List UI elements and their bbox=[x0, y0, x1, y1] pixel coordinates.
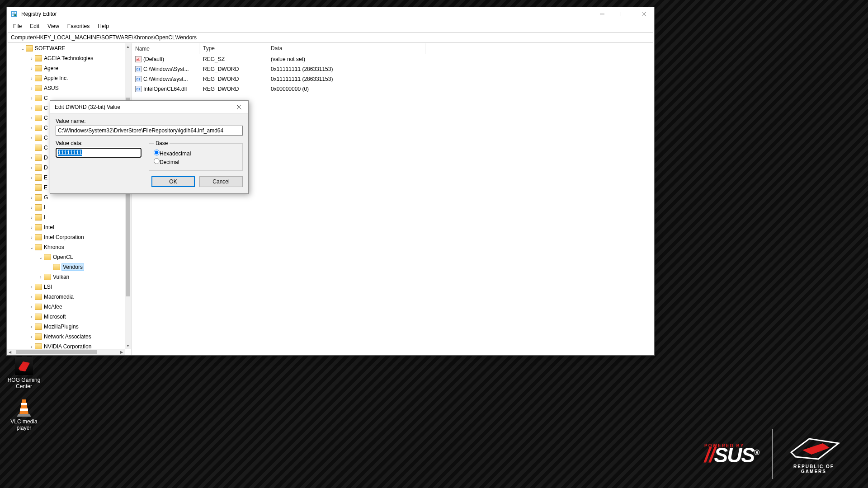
tree-item[interactable]: ⌄OpenCL bbox=[7, 252, 125, 262]
dialog-close-button[interactable] bbox=[230, 101, 248, 113]
value-list[interactable]: Name Type Data ab(Default)REG_SZ(value n… bbox=[132, 43, 654, 355]
tree-item[interactable]: ›ASUS bbox=[7, 83, 125, 93]
tree-item-label: OpenCL bbox=[53, 254, 73, 260]
expand-icon[interactable]: › bbox=[28, 66, 35, 71]
minimize-button[interactable] bbox=[592, 7, 613, 21]
reg-dword-icon: 01 bbox=[135, 76, 142, 82]
desktop-icon-rog[interactable]: ROG Gaming Center bbox=[4, 357, 44, 389]
tree-item[interactable]: ›Network Associates bbox=[7, 332, 125, 342]
expand-icon[interactable]: › bbox=[28, 106, 35, 111]
expand-icon[interactable]: › bbox=[28, 334, 35, 339]
desktop-icon-vlc[interactable]: VLC media player bbox=[4, 399, 44, 431]
list-row[interactable]: ab(Default)REG_SZ(value not set) bbox=[132, 54, 654, 64]
tree-item[interactable]: ›McAfee bbox=[7, 302, 125, 312]
expand-icon[interactable]: › bbox=[28, 324, 35, 329]
expand-icon[interactable]: › bbox=[28, 86, 35, 91]
col-type[interactable]: Type bbox=[199, 43, 267, 54]
tree-item[interactable]: ›I bbox=[7, 212, 125, 222]
tree-item[interactable]: ›I bbox=[7, 202, 125, 212]
value-type: REG_DWORD bbox=[199, 86, 267, 92]
tree-item[interactable]: ›Agere bbox=[7, 63, 125, 73]
menu-file[interactable]: File bbox=[9, 22, 25, 30]
tree-vscrollbar[interactable]: ▲ ▼ bbox=[125, 43, 131, 349]
cancel-button[interactable]: Cancel bbox=[199, 176, 243, 187]
close-button[interactable] bbox=[633, 7, 654, 21]
expand-icon[interactable]: › bbox=[28, 96, 35, 101]
expand-icon[interactable]: › bbox=[28, 344, 35, 349]
scroll-thumb[interactable] bbox=[16, 350, 97, 354]
value-data-input[interactable] bbox=[56, 148, 142, 158]
registry-tree[interactable]: ⌄SOFTWARE›AGEIA Technologies›Agere›Apple… bbox=[7, 43, 132, 355]
expand-icon[interactable]: › bbox=[28, 116, 35, 121]
tree-item[interactable]: ›Apple Inc. bbox=[7, 73, 125, 83]
tree-item[interactable]: ›Macromedia bbox=[7, 292, 125, 302]
expand-icon[interactable]: › bbox=[28, 56, 35, 61]
col-name[interactable]: Name bbox=[132, 43, 199, 54]
menu-edit[interactable]: Edit bbox=[26, 22, 43, 30]
scroll-down-icon[interactable]: ▼ bbox=[125, 343, 131, 349]
expand-icon[interactable]: › bbox=[28, 225, 35, 230]
tree-item[interactable]: Vendors bbox=[7, 262, 125, 272]
radio-dec-input[interactable] bbox=[154, 158, 160, 164]
menu-view[interactable]: View bbox=[44, 22, 63, 30]
radio-dec[interactable]: Decimal bbox=[154, 158, 238, 165]
tree-item[interactable]: ›AGEIA Technologies bbox=[7, 53, 125, 63]
tree-item-label: Apple Inc. bbox=[44, 75, 68, 81]
tree-item[interactable]: ›NVIDIA Corporation bbox=[7, 342, 125, 349]
tree-item-label: Macromedia bbox=[44, 294, 74, 300]
dialog-titlebar[interactable]: Edit DWORD (32-bit) Value bbox=[50, 101, 248, 113]
value-name: C:\Windows\syst... bbox=[143, 76, 188, 82]
radio-hex[interactable]: Hexadecimal bbox=[154, 150, 238, 157]
menu-favorites[interactable]: Favorites bbox=[64, 22, 93, 30]
scroll-left-icon[interactable]: ◀ bbox=[7, 349, 13, 355]
expand-icon[interactable]: › bbox=[28, 285, 35, 290]
expand-icon[interactable]: › bbox=[28, 76, 35, 81]
tree-item-label: NVIDIA Corporation bbox=[44, 343, 91, 349]
value-name-input[interactable] bbox=[56, 126, 243, 136]
base-fieldset: Base Hexadecimal Decimal bbox=[149, 140, 243, 171]
col-data[interactable]: Data bbox=[267, 43, 425, 54]
expand-icon[interactable]: › bbox=[28, 215, 35, 220]
expand-icon[interactable]: › bbox=[28, 314, 35, 319]
tree-item[interactable]: ›G bbox=[7, 192, 125, 202]
expand-icon[interactable]: › bbox=[28, 165, 35, 170]
tree-item[interactable]: ⌄SOFTWARE bbox=[7, 43, 125, 53]
scroll-up-icon[interactable]: ▲ bbox=[125, 43, 131, 50]
tree-item-label: Agere bbox=[44, 65, 58, 71]
tree-item[interactable]: ›Intel Corporation bbox=[7, 232, 125, 242]
folder-icon bbox=[35, 324, 42, 330]
titlebar[interactable]: Registry Editor bbox=[7, 7, 654, 21]
expand-icon[interactable]: › bbox=[38, 275, 44, 280]
tree-item[interactable]: ⌄Khronos bbox=[7, 242, 125, 252]
rog-app-icon bbox=[15, 357, 33, 375]
tree-item[interactable]: ›Microsoft bbox=[7, 312, 125, 322]
expand-icon[interactable]: › bbox=[28, 295, 35, 300]
expand-icon[interactable]: › bbox=[28, 126, 35, 131]
maximize-button[interactable] bbox=[613, 7, 633, 21]
tree-item-label: C bbox=[44, 95, 48, 101]
menu-help[interactable]: Help bbox=[94, 22, 113, 30]
list-row[interactable]: 01C:\Windows\syst...REG_DWORD0x11111111 … bbox=[132, 74, 654, 84]
expand-icon[interactable]: › bbox=[28, 305, 35, 310]
expand-icon[interactable]: › bbox=[28, 205, 35, 210]
list-header[interactable]: Name Type Data bbox=[132, 43, 654, 54]
expand-icon[interactable]: › bbox=[28, 136, 35, 141]
tree-item[interactable]: ›Intel bbox=[7, 222, 125, 232]
expand-icon[interactable]: › bbox=[28, 175, 35, 180]
tree-item[interactable]: ›Vulkan bbox=[7, 272, 125, 282]
expand-icon[interactable]: ⌄ bbox=[28, 245, 35, 250]
scroll-right-icon[interactable]: ▶ bbox=[118, 349, 125, 355]
tree-hscrollbar[interactable]: ◀ ▶ bbox=[7, 349, 125, 355]
radio-hex-input[interactable] bbox=[154, 150, 160, 155]
list-row[interactable]: 01C:\Windows\Syst...REG_DWORD0x11111111 … bbox=[132, 64, 654, 74]
expand-icon[interactable]: › bbox=[28, 195, 35, 200]
list-row[interactable]: 01IntelOpenCL64.dllREG_DWORD0x00000000 (… bbox=[132, 84, 654, 94]
tree-item[interactable]: ›MozillaPlugins bbox=[7, 322, 125, 332]
expand-icon[interactable]: › bbox=[28, 155, 35, 160]
tree-item[interactable]: ›LSI bbox=[7, 282, 125, 292]
address-bar[interactable]: Computer\HKEY_LOCAL_MACHINE\SOFTWARE\Khr… bbox=[8, 32, 653, 43]
ok-button[interactable]: OK bbox=[151, 176, 195, 187]
expand-icon[interactable]: › bbox=[28, 235, 35, 240]
folder-icon bbox=[35, 155, 42, 161]
expand-icon[interactable]: ⌄ bbox=[38, 255, 44, 260]
